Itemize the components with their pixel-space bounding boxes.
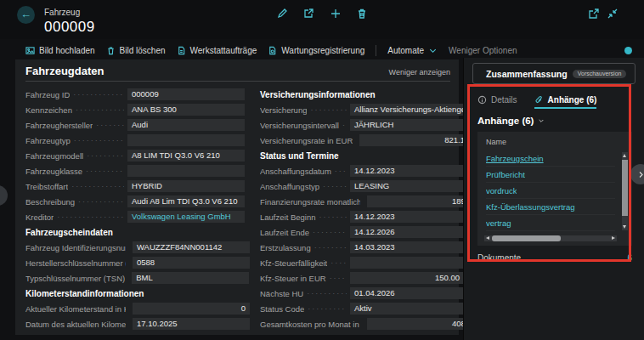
scroll-down-icon[interactable] bbox=[623, 225, 626, 229]
attachment-link[interactable]: vertrag bbox=[486, 218, 511, 228]
field-row: Typschlüsselnummer (TSN)················… bbox=[25, 272, 245, 284]
fields-column-middle: VersicherungsinformationenVersicherung··… bbox=[260, 88, 464, 333]
field-value[interactable]: 14.12.2023 bbox=[350, 211, 464, 223]
vertical-scroll-thumb[interactable] bbox=[622, 160, 628, 216]
field-value[interactable]: JÄHRLICH bbox=[350, 119, 464, 131]
field-label: Typschlüsselnummer (TSN) bbox=[25, 274, 125, 283]
field-row: Aktueller Kilometerstand in KM··········… bbox=[25, 303, 245, 314]
dotted-leader: ········································… bbox=[319, 212, 347, 221]
field-label: Erstzulassung bbox=[260, 243, 311, 252]
field-row: Finanzierungsrate monatlich in...·······… bbox=[260, 196, 464, 207]
show-less-link[interactable]: Weniger anzeigen bbox=[389, 68, 450, 76]
field-label: Fahrzeug Identifizierungsnum... bbox=[25, 243, 126, 252]
app-window: ← Fahrzeug 000009 Bild hochladen Bild lö… bbox=[0, 0, 644, 340]
attachments-table: Name FahrzeugscheinPrüfberichtvordruckKf… bbox=[477, 132, 632, 246]
preview-badge: Vorschauversion bbox=[573, 70, 627, 78]
back-button[interactable]: ← bbox=[17, 6, 35, 24]
dotted-leader: ········································… bbox=[73, 90, 124, 99]
field-value[interactable]: 14.12.2026 bbox=[350, 226, 464, 238]
info-circle-icon bbox=[477, 95, 487, 105]
field-row: Beschreibung····························… bbox=[25, 196, 245, 207]
action-bild-hochladen[interactable]: Bild hochladen bbox=[25, 46, 95, 55]
field-label: Herstellerschlüsselnummer (HS... bbox=[25, 258, 126, 268]
documents-summary: Dokumente 6 bbox=[477, 253, 632, 263]
navigation-expand-button[interactable] bbox=[0, 185, 8, 206]
field-value[interactable]: Aktiv bbox=[350, 303, 464, 314]
attachment-link[interactable]: Kfz-Überlassungsvertrag bbox=[486, 202, 575, 212]
action-weniger-optionen[interactable]: Weniger Optionen bbox=[449, 46, 517, 55]
field-row: Herstellerschlüsselnummer (HS...········… bbox=[25, 257, 245, 269]
field-label: Nächste HU bbox=[260, 289, 303, 298]
field-label: Laufzeit Beginn bbox=[260, 212, 316, 222]
field-value[interactable] bbox=[127, 134, 245, 146]
collapse-icon[interactable] bbox=[607, 8, 620, 21]
scroll-right-icon[interactable] bbox=[612, 236, 615, 240]
section-title: Fahrzeugdaten bbox=[25, 65, 104, 77]
horizontal-scrollbar[interactable] bbox=[484, 235, 617, 241]
field-row: Kfz-Steuerfälligkeit····················… bbox=[260, 257, 464, 269]
summary-header[interactable]: Zusammenfassung Vorschauversion bbox=[472, 63, 636, 84]
field-value[interactable]: ANA BS 300 bbox=[127, 104, 245, 116]
dotted-leader: ········································… bbox=[330, 258, 347, 267]
field-value[interactable]: 01.04.2026 bbox=[350, 287, 464, 299]
field-value[interactable]: BML bbox=[132, 272, 249, 284]
dotted-leader: ········································… bbox=[308, 304, 347, 313]
field-value[interactable]: 14.03.2023 bbox=[350, 241, 464, 253]
field-value[interactable]: Allianz Versicherungs-Aktiengesellschaft bbox=[350, 104, 464, 116]
attachment-row: vordruck bbox=[486, 183, 615, 199]
field-value[interactable] bbox=[127, 165, 245, 177]
attachments-title[interactable]: Anhänge (6) bbox=[477, 116, 632, 126]
field-value[interactable]: HYBRID bbox=[127, 180, 245, 192]
tab-details[interactable]: Details bbox=[477, 95, 517, 109]
field-row: Laufzeit Ende···························… bbox=[260, 226, 464, 238]
field-value[interactable]: 14.12.2023 bbox=[350, 165, 464, 177]
open-in-window-icon[interactable] bbox=[588, 8, 602, 21]
dotted-leader: ········································… bbox=[314, 243, 347, 252]
field-value-link[interactable]: Volkswagen Leasing GmbH bbox=[127, 211, 245, 223]
field-row: Anschaffungsdatum·······················… bbox=[260, 165, 464, 177]
field-value[interactable]: 150.00 bbox=[350, 272, 464, 284]
page-title: 000009 bbox=[44, 19, 95, 36]
field-value[interactable]: 0 bbox=[133, 303, 250, 314]
field-label: Fahrzeugtyp bbox=[25, 136, 71, 145]
field-value[interactable]: LEASING bbox=[350, 180, 464, 192]
field-value[interactable]: A8 LIM TDI Q3.0 V6 210 bbox=[127, 150, 245, 162]
scroll-up-icon[interactable] bbox=[623, 154, 626, 157]
share-icon[interactable] bbox=[302, 8, 316, 21]
action-bild-loeschen[interactable]: Bild löschen bbox=[106, 46, 166, 55]
dotted-leader: ········································… bbox=[87, 151, 124, 160]
attachment-link[interactable]: Prüfbericht bbox=[486, 170, 525, 179]
horizontal-scroll-thumb[interactable] bbox=[492, 235, 561, 241]
field-label: Versicherungsrate in EUR bbox=[260, 136, 353, 145]
vertical-scrollbar[interactable] bbox=[622, 152, 628, 230]
edit-icon[interactable] bbox=[276, 8, 290, 21]
field-value[interactable]: 0588 bbox=[133, 257, 250, 269]
action-werkstattauftraege[interactable]: Werkstattaufträge bbox=[177, 46, 257, 55]
chevron-down-icon bbox=[538, 117, 545, 124]
field-value[interactable]: 000009 bbox=[127, 88, 245, 100]
info-indicator-icon[interactable] bbox=[624, 47, 632, 54]
field-value[interactable]: Audi bbox=[127, 119, 245, 131]
attachment-row: vertrag bbox=[486, 215, 615, 231]
scroll-left-icon[interactable] bbox=[486, 236, 489, 240]
action-wartungsregistrierung[interactable]: Wartungsregistrierung bbox=[268, 46, 364, 55]
dotted-leader: ········································… bbox=[313, 228, 347, 236]
dotted-leader: ········································… bbox=[330, 274, 347, 282]
attachment-row: Prüfbericht bbox=[486, 167, 615, 183]
field-value[interactable]: 821.17 bbox=[359, 134, 473, 146]
field-value[interactable]: WAUZZZF84NN001142 bbox=[133, 241, 250, 253]
tab-anhaenge[interactable]: Anhänge (6) bbox=[534, 95, 597, 109]
field-value[interactable]: 17.10.2025 bbox=[133, 318, 250, 330]
field-value[interactable] bbox=[350, 257, 464, 269]
attachment-link[interactable]: vordruck bbox=[486, 186, 517, 196]
action-automate[interactable]: Automate bbox=[387, 46, 438, 55]
field-value[interactable]: Audi A8 Lim TDI Q3.0 V6 210 bbox=[127, 196, 245, 207]
attachment-link[interactable]: Fahrzeugschein bbox=[486, 154, 544, 163]
document-icon bbox=[177, 46, 186, 55]
field-label: Datum des aktuellen Kilometer... bbox=[25, 320, 126, 329]
add-icon[interactable] bbox=[330, 8, 343, 21]
delete-icon[interactable] bbox=[356, 8, 370, 21]
documents-count[interactable]: 6 bbox=[627, 253, 632, 263]
summary-title: Zusammenfassung bbox=[486, 69, 568, 79]
section-rule bbox=[25, 81, 450, 82]
